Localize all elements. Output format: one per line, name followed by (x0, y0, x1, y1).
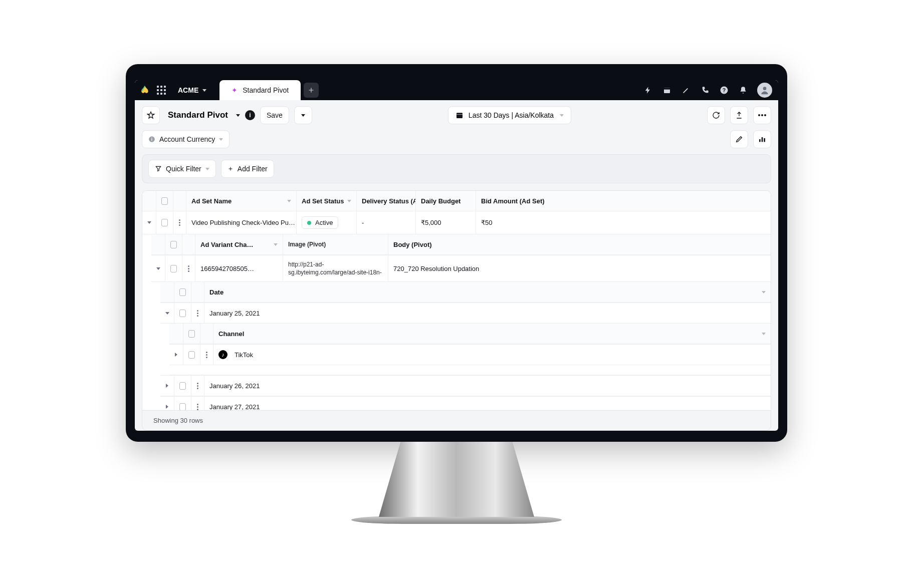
col-body[interactable]: Body (Pivot) (388, 234, 771, 254)
svg-rect-12 (759, 139, 761, 142)
svg-point-7 (758, 114, 760, 116)
row-checkbox[interactable] (174, 376, 191, 396)
expand-toggle[interactable] (160, 376, 174, 396)
sort-icon (762, 291, 766, 293)
help-icon[interactable]: ? (719, 85, 729, 95)
info-icon[interactable]: i (245, 110, 255, 120)
col-image[interactable]: Image (Pivot) (283, 234, 388, 254)
col-date[interactable]: Date (204, 282, 771, 302)
col-adset-status[interactable]: Ad Set Status (297, 191, 357, 211)
edit-icon[interactable] (681, 85, 691, 95)
chevron-down-icon (205, 168, 209, 170)
body-cell: 720_720 Resolution Updation (388, 255, 771, 281)
date-cell: January 27, 2021 (204, 397, 771, 411)
date-range-picker[interactable]: Last 30 Days | Asia/Kolkata (448, 106, 571, 124)
table-row: January 27, 2021 (160, 396, 771, 411)
expand-toggle[interactable] (169, 345, 183, 365)
date-header: Date (160, 282, 771, 303)
select-all-checkbox[interactable] (183, 324, 200, 344)
row-menu[interactable] (200, 345, 213, 365)
favorite-button[interactable] (142, 106, 160, 124)
secondary-toolbar: i Account Currency (135, 130, 778, 154)
budget-cell: ₹5,000 (416, 211, 476, 234)
table-row: January 26, 2021 (160, 375, 771, 396)
select-all-checkbox[interactable] (165, 234, 182, 254)
pivot-table: Ad Set Name Ad Set Status Delivery Statu… (142, 190, 771, 411)
row-checkbox[interactable] (174, 397, 191, 411)
sort-icon (274, 243, 278, 246)
date-cell: January 26, 2021 (204, 376, 771, 396)
filter-bar: Quick Filter Add Filter (142, 154, 771, 183)
quick-filter-button[interactable]: Quick Filter (148, 160, 216, 178)
row-checkbox[interactable] (165, 255, 182, 281)
row-menu[interactable] (191, 376, 204, 396)
funnel-icon (155, 165, 162, 172)
row-checkbox[interactable] (183, 345, 200, 365)
nested-date: Date January 25, 2021 (151, 282, 771, 411)
variant-header: Ad Variant Cha… Image (Pivot) Body (Pivo… (151, 234, 771, 255)
row-menu[interactable] (182, 255, 195, 281)
nested-variant: Ad Variant Cha… Image (Pivot) Body (Pivo… (142, 234, 771, 411)
plus-icon (227, 166, 234, 172)
col-variant[interactable]: Ad Variant Cha… (195, 234, 283, 254)
bolt-icon[interactable] (643, 85, 653, 95)
user-avatar[interactable] (757, 83, 772, 98)
org-selector[interactable]: ACME (173, 84, 211, 96)
app-logo-icon (140, 85, 150, 96)
save-button[interactable]: Save (260, 106, 289, 124)
row-menu[interactable] (173, 211, 186, 234)
chart-view-button[interactable] (753, 130, 771, 148)
row-checkbox[interactable] (174, 303, 191, 323)
expand-toggle[interactable] (151, 255, 165, 281)
sort-icon (347, 200, 351, 202)
edit-view-button[interactable] (730, 130, 748, 148)
add-filter-button[interactable]: Add Filter (221, 160, 274, 178)
tab-label: Standard Pivot (243, 86, 289, 94)
monitor-base (351, 516, 562, 524)
calendar-icon (455, 111, 464, 119)
chevron-down-icon (219, 138, 223, 141)
table-row: Video Publishing Check-Video Pu… Active … (142, 211, 771, 234)
tiktok-icon: ♪ (218, 350, 227, 359)
svg-text:?: ? (723, 87, 726, 93)
add-filter-label: Add Filter (238, 165, 268, 173)
export-button[interactable] (730, 106, 748, 124)
col-adset-name[interactable]: Ad Set Name (186, 191, 297, 211)
col-channel[interactable]: Channel (213, 324, 771, 344)
calendar-icon[interactable] (662, 85, 672, 95)
bell-icon[interactable] (738, 85, 748, 95)
svg-text:i: i (151, 137, 152, 142)
delivery-cell: - (357, 211, 416, 234)
expand-toggle[interactable] (160, 397, 174, 411)
col-delivery-status[interactable]: Delivery Status (Ad… (357, 191, 416, 211)
table-row: ♪TikTok (169, 344, 771, 365)
app-switcher-icon[interactable] (157, 86, 166, 95)
title-toolbar: Standard Pivot i Save Last 30 Days | Asi… (135, 100, 778, 130)
save-dropdown-button[interactable] (294, 106, 312, 124)
table-header: Ad Set Name Ad Set Status Delivery Statu… (142, 191, 771, 211)
expand-toggle[interactable] (160, 303, 174, 323)
image-cell: http://p21-ad-sg.ibyteimg.com/large/ad-s… (283, 255, 388, 281)
bid-cell: ₹50 (476, 211, 771, 234)
adset-status-cell: Active (297, 211, 357, 234)
col-daily-budget[interactable]: Daily Budget (416, 191, 476, 211)
phone-icon[interactable] (700, 85, 710, 95)
row-menu[interactable] (191, 397, 204, 411)
more-button[interactable] (753, 106, 771, 124)
svg-rect-5 (456, 113, 463, 118)
date-cell: January 25, 2021 (204, 303, 771, 323)
sort-icon (287, 200, 291, 202)
active-tab[interactable]: ✦ Standard Pivot (219, 80, 301, 100)
title-chevron-down-icon[interactable] (236, 114, 240, 117)
row-menu[interactable] (191, 303, 204, 323)
select-all-checkbox[interactable] (156, 191, 173, 211)
new-tab-button[interactable] (304, 83, 319, 98)
row-checkbox[interactable] (156, 211, 173, 234)
refresh-button[interactable] (707, 106, 725, 124)
expand-toggle[interactable] (142, 211, 156, 234)
org-label: ACME (178, 86, 198, 94)
select-all-checkbox[interactable] (174, 282, 191, 302)
col-bid-amount[interactable]: Bid Amount (Ad Set) (476, 191, 771, 211)
currency-label: Account Currency (159, 135, 215, 143)
currency-selector[interactable]: i Account Currency (142, 130, 230, 148)
